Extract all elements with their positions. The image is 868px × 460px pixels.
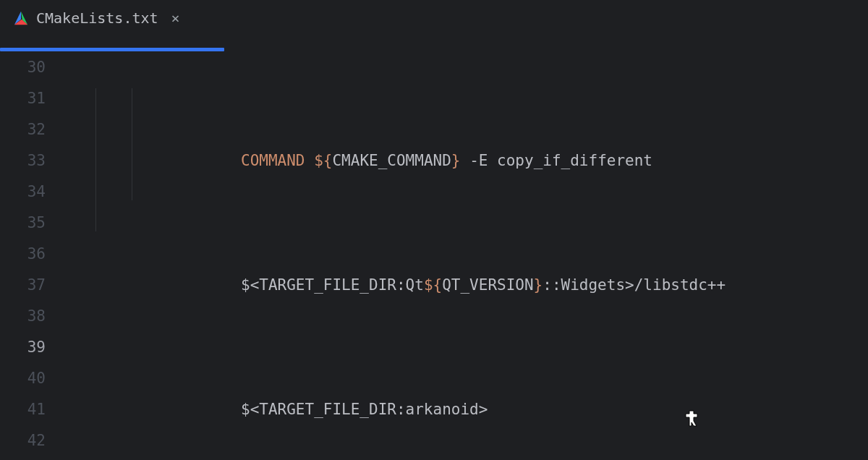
line-number: 42 (0, 425, 46, 456)
code-area[interactable]: COMMAND ${CMAKE_COMMAND} -E copy_if_diff… (61, 52, 868, 460)
line-number: 40 (0, 363, 46, 394)
line-number: 33 (0, 145, 46, 176)
tab-active-indicator (0, 48, 224, 51)
code-line[interactable]: COMMAND ${CMAKE_COMMAND} -E copy_if_diff… (61, 145, 868, 176)
line-number: 31 (0, 83, 46, 114)
tab-filename: CMakeLists.txt (36, 9, 158, 27)
token-text: ::Widgets>/libstdc++ (542, 276, 726, 294)
line-number: 32 (0, 114, 46, 145)
token-text: $<TARGET_FILE_DIR:Qt (241, 276, 424, 294)
editor[interactable]: 30 31 32 33 34 35 36 37 38 39 40 41 42 C… (0, 36, 868, 460)
line-number: 34 (0, 176, 46, 208)
tab-bar: CMakeLists.txt × (0, 0, 868, 36)
line-number: 37 (0, 270, 46, 301)
line-number: 38 (0, 301, 46, 332)
line-number: 41 (0, 394, 46, 425)
close-icon[interactable]: × (171, 9, 180, 27)
line-number: 30 (0, 52, 46, 83)
line-number: 36 (0, 239, 46, 270)
line-number: 35 (0, 208, 46, 239)
line-number: 39 (0, 332, 46, 363)
token-text: $<TARGET_FILE_DIR:arkanoid> (241, 401, 488, 418)
cmake-icon (13, 10, 29, 26)
token-delim: ${ (424, 276, 442, 294)
token-variable: CMAKE_COMMAND (332, 152, 451, 169)
code-line[interactable]: $<TARGET_FILE_DIR:arkanoid> (61, 394, 868, 425)
token-variable: QT_VERSION (442, 276, 533, 294)
token-delim: } (534, 276, 543, 294)
file-tab[interactable]: CMakeLists.txt × (0, 0, 193, 35)
code-line[interactable]: $<TARGET_FILE_DIR:Qt${QT_VERSION}::Widge… (61, 270, 868, 301)
token-delim: ${ (314, 152, 332, 169)
token-delim: } (451, 152, 461, 169)
line-gutter: 30 31 32 33 34 35 36 37 38 39 40 41 42 (0, 52, 61, 460)
token-text: -E copy_if_different (461, 152, 653, 169)
token-keyword: COMMAND (241, 152, 305, 169)
